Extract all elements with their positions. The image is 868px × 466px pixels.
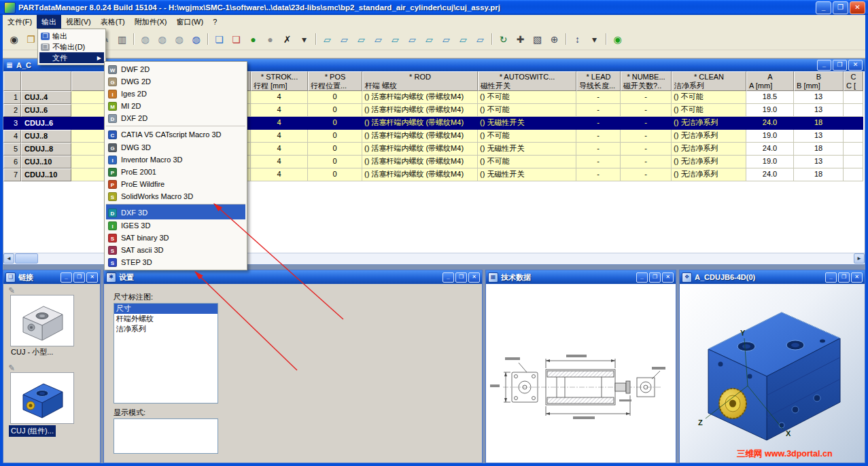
cell-a[interactable]: 24.0	[746, 117, 794, 130]
cell-a[interactable]: 18.5	[746, 91, 794, 104]
listbox-item[interactable]: 洁净系列	[114, 324, 218, 334]
cell-pos[interactable]: 0	[308, 130, 362, 143]
cell-pos[interactable]: 0	[308, 168, 362, 181]
cell-autoswitch[interactable]: () 无磁性开关	[478, 168, 576, 181]
minimize-button[interactable]: _	[816, 1, 831, 14]
cell-b[interactable]: 13	[794, 130, 844, 143]
settings-minimize-button[interactable]: _	[442, 272, 454, 283]
header-autoswitch[interactable]: * AUTOSWITC...磁性开关	[478, 71, 576, 91]
print-icon[interactable]: ▥	[114, 31, 131, 48]
submenu-item[interactable]: D DXF 3D	[106, 204, 245, 219]
techdata-close-button[interactable]: ✕	[662, 272, 674, 283]
cell-number[interactable]: -	[621, 91, 672, 104]
techdata-minimize-button[interactable]: _	[636, 272, 648, 283]
cell-rod[interactable]: () 活塞杆端内螺纹 (带螺纹M4)	[362, 156, 478, 168]
app-titlebar[interactable]: PARTdataManager 8.0.24 Build 15104 - - H…	[0, 0, 868, 15]
cell-a[interactable]: 19.0	[746, 156, 794, 168]
maximize-button[interactable]: ❐	[833, 1, 848, 14]
cell-b[interactable]: 13	[794, 104, 844, 117]
submenu-item[interactable]: P ProE 2001	[106, 166, 245, 178]
export-format-3-icon[interactable]: ▱	[353, 31, 370, 48]
link-label-cuj-assembly[interactable]: CUJ (组件)...	[9, 425, 56, 437]
cell-pos[interactable]: 0	[308, 117, 362, 130]
table-minimize-button[interactable]: _	[817, 60, 831, 71]
cell-number[interactable]: -	[621, 117, 672, 130]
settings-close-button[interactable]: ✕	[468, 272, 480, 283]
header-pos[interactable]: * POS行程位置...	[308, 71, 362, 91]
cell-lead[interactable]: -	[576, 91, 621, 104]
cell-name[interactable]: CUJ..10	[21, 156, 71, 168]
cell-row-number[interactable]: 5	[3, 143, 21, 156]
export-format-4-icon[interactable]: ▱	[370, 31, 387, 48]
database-3-icon[interactable]: ◍	[171, 31, 188, 48]
cell-pos[interactable]: 0	[308, 143, 362, 156]
cell-name[interactable]: CUJ..4	[21, 91, 71, 104]
database-1-icon[interactable]: ◍	[137, 31, 154, 48]
export-format-6-icon[interactable]: ▱	[404, 31, 421, 48]
export-format-5-icon[interactable]: ▱	[387, 31, 404, 48]
cell-clean[interactable]: () 无洁净系列	[672, 117, 746, 130]
cell-c[interactable]	[844, 117, 863, 130]
refresh-icon[interactable]: ↻	[495, 31, 512, 48]
cell-a[interactable]: 24.0	[746, 168, 794, 181]
menu-item-export[interactable]: ❒ 输出	[39, 31, 104, 41]
cell-pos[interactable]: 0	[308, 104, 362, 117]
cell-stroke[interactable]: 4	[251, 104, 308, 117]
cell-number[interactable]: -	[621, 143, 672, 156]
export-format-2-icon[interactable]: ▱	[336, 31, 353, 48]
export-x-icon[interactable]: ✗	[279, 31, 296, 48]
cell-a[interactable]: 24.0	[746, 143, 794, 156]
submenu-item[interactable]: S STEP 3D	[106, 256, 245, 268]
close-button[interactable]: ✕	[850, 1, 865, 14]
model-viewport[interactable]: Y Z X 三维网 www.3dportal.cn	[680, 284, 865, 463]
gray-sphere-icon[interactable]: ●	[262, 31, 279, 48]
settings-maximize-button[interactable]: ❐	[455, 272, 467, 283]
header-clean[interactable]: * CLEAN洁净系列	[672, 71, 746, 91]
cell-autoswitch[interactable]: () 不可能	[478, 130, 576, 143]
render-sphere-icon[interactable]: ●	[245, 31, 262, 48]
export-format-1-icon[interactable]: ▱	[319, 31, 336, 48]
link-thumbnail-cuj-assembly[interactable]	[10, 372, 74, 424]
table-close-button[interactable]: ✕	[848, 60, 863, 71]
cell-lead[interactable]: -	[576, 143, 621, 156]
find-icon[interactable]: ◉	[5, 31, 22, 48]
cell-rod[interactable]: () 活塞杆端内螺纹 (带螺纹M4)	[362, 104, 478, 117]
monitors-icon[interactable]: ❏	[211, 31, 228, 48]
monitor-part-icon[interactable]: ❏	[228, 31, 245, 48]
model-close-button[interactable]: ✕	[851, 272, 863, 283]
cell-row-number[interactable]: 6	[3, 156, 21, 168]
scroll-thumb[interactable]	[15, 253, 38, 264]
export-format-8-icon[interactable]: ▱	[438, 31, 455, 48]
pan-icon[interactable]: ✚	[512, 31, 529, 48]
submenu-item[interactable]: S SAT ascii 3D	[106, 244, 245, 256]
cell-b[interactable]: 13	[794, 156, 844, 168]
cell-b[interactable]: 18	[794, 168, 844, 181]
submenu-item[interactable]: S SolidWorks Macro 3D	[106, 190, 245, 202]
database-blue-icon[interactable]: ◍	[188, 31, 205, 48]
cell-number[interactable]: -	[621, 156, 672, 168]
submenu-item[interactable]: M MI 2D	[106, 100, 245, 112]
submenu-item[interactable]: G DWG 3D	[106, 141, 245, 154]
settings-panel-titlebar[interactable]: ✱ 设置 _ ❐ ✕	[104, 270, 482, 284]
submenu-item[interactable]: D DXF 2D	[106, 112, 245, 124]
links-panel-titlebar[interactable]: ❑ 链接 _ ❐ ✕	[3, 270, 100, 284]
menubar-item[interactable]: 表格(T)	[96, 15, 130, 29]
menubar-item[interactable]: 窗口(W)	[171, 15, 208, 29]
scroll-left-button[interactable]: ◄	[3, 253, 14, 264]
submenu-item[interactable]: C CATIA V5 CATscript Macro 3D	[106, 126, 245, 141]
link-thumbnail-cuj-single[interactable]	[10, 295, 74, 346]
submenu-item[interactable]: P ProE Wildfire	[106, 178, 245, 190]
header-b[interactable]: BB [mm]	[794, 71, 844, 91]
listbox-item[interactable]: 尺寸	[114, 304, 218, 314]
cell-stroke[interactable]: 4	[251, 168, 308, 181]
cell-c[interactable]	[844, 156, 863, 168]
cell-name[interactable]: CDUJ..6	[21, 117, 71, 130]
cell-name[interactable]: CUJ..6	[21, 104, 71, 117]
submenu-item[interactable]: I Inventor Macro 3D	[106, 154, 245, 166]
cell-clean[interactable]: () 无洁净系列	[672, 156, 746, 168]
header-c[interactable]: CC [	[844, 71, 863, 91]
cell-autoswitch[interactable]: () 不可能	[478, 156, 576, 168]
menubar-item[interactable]: 文件(F)	[3, 15, 37, 29]
cell-stroke[interactable]: 4	[251, 91, 308, 104]
cell-rod[interactable]: () 活塞杆端内螺纹 (带螺纹M4)	[362, 117, 478, 130]
